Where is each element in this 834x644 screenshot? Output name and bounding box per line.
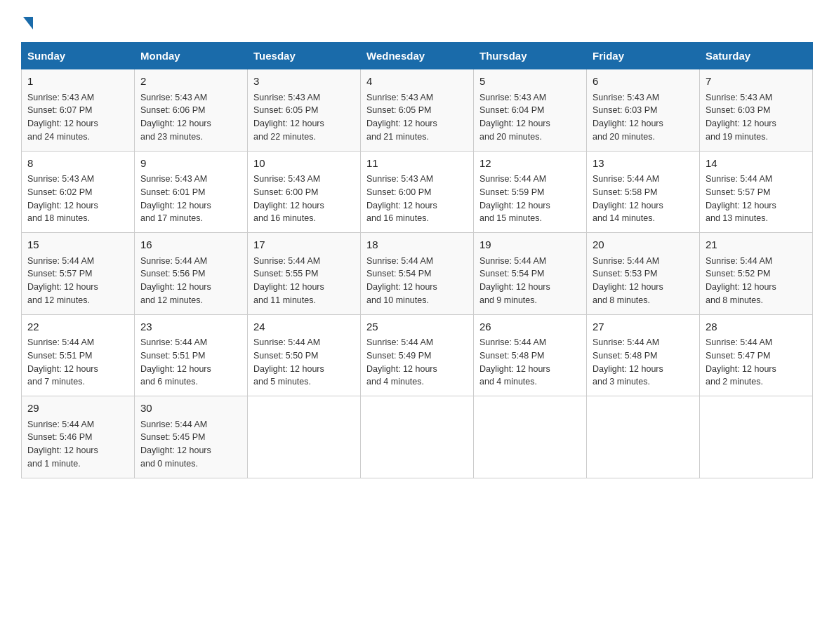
day-number: 24 [253,319,355,335]
col-header-tuesday: Tuesday [248,43,361,69]
day-info: Sunrise: 5:44 AMSunset: 5:46 PMDaylight:… [27,420,98,469]
day-info: Sunrise: 5:43 AMSunset: 6:05 PMDaylight:… [253,93,324,142]
day-number: 29 [27,401,128,417]
day-number: 6 [593,74,694,90]
day-number: 3 [253,74,355,90]
col-header-friday: Friday [587,43,700,69]
day-info: Sunrise: 5:43 AMSunset: 6:03 PMDaylight:… [593,93,663,142]
day-info: Sunrise: 5:44 AMSunset: 5:56 PMDaylight:… [140,256,211,305]
day-number: 16 [140,237,241,253]
day-number: 21 [706,237,807,253]
calendar-cell: 25 Sunrise: 5:44 AMSunset: 5:49 PMDaylig… [361,314,474,396]
day-info: Sunrise: 5:44 AMSunset: 5:47 PMDaylight:… [706,337,776,387]
day-info: Sunrise: 5:44 AMSunset: 5:55 PMDaylight:… [253,256,324,305]
day-number: 17 [253,237,355,253]
day-info: Sunrise: 5:43 AMSunset: 6:05 PMDaylight:… [366,93,437,142]
day-number: 15 [27,237,128,253]
calendar-cell: 21 Sunrise: 5:44 AMSunset: 5:52 PMDaylig… [700,233,813,315]
week-row-5: 29 Sunrise: 5:44 AMSunset: 5:46 PMDaylig… [22,396,813,478]
day-number: 2 [140,74,241,90]
day-info: Sunrise: 5:44 AMSunset: 5:50 PMDaylight:… [253,337,324,387]
day-number: 13 [593,156,694,172]
calendar-cell: 4 Sunrise: 5:43 AMSunset: 6:05 PMDayligh… [361,69,474,152]
calendar-cell: 22 Sunrise: 5:44 AMSunset: 5:51 PMDaylig… [22,314,135,396]
day-number: 12 [479,156,581,172]
calendar-cell: 12 Sunrise: 5:44 AMSunset: 5:59 PMDaylig… [474,151,587,233]
day-number: 7 [706,74,807,90]
day-info: Sunrise: 5:44 AMSunset: 5:53 PMDaylight:… [593,256,663,305]
calendar-cell: 3 Sunrise: 5:43 AMSunset: 6:05 PMDayligh… [248,69,361,152]
day-number: 1 [27,74,128,90]
day-info: Sunrise: 5:44 AMSunset: 5:51 PMDaylight:… [27,337,98,387]
day-number: 11 [366,156,468,172]
calendar-cell: 8 Sunrise: 5:43 AMSunset: 6:02 PMDayligh… [22,151,135,233]
calendar-cell: 9 Sunrise: 5:43 AMSunset: 6:01 PMDayligh… [135,151,248,233]
calendar-cell: 24 Sunrise: 5:44 AMSunset: 5:50 PMDaylig… [248,314,361,396]
week-row-1: 1 Sunrise: 5:43 AMSunset: 6:07 PMDayligh… [22,69,813,152]
col-header-saturday: Saturday [700,43,813,69]
day-info: Sunrise: 5:44 AMSunset: 5:49 PMDaylight:… [366,337,437,387]
calendar-cell: 16 Sunrise: 5:44 AMSunset: 5:56 PMDaylig… [135,233,248,315]
calendar-cell: 2 Sunrise: 5:43 AMSunset: 6:06 PMDayligh… [135,69,248,152]
day-number: 26 [479,319,581,335]
calendar-cell: 13 Sunrise: 5:44 AMSunset: 5:58 PMDaylig… [587,151,700,233]
calendar-cell: 1 Sunrise: 5:43 AMSunset: 6:07 PMDayligh… [22,69,135,152]
logo [21,14,33,29]
calendar-cell: 17 Sunrise: 5:44 AMSunset: 5:55 PMDaylig… [248,233,361,315]
col-header-monday: Monday [135,43,248,69]
calendar-cell: 10 Sunrise: 5:43 AMSunset: 6:00 PMDaylig… [248,151,361,233]
day-info: Sunrise: 5:44 AMSunset: 5:48 PMDaylight:… [593,337,663,387]
calendar-header-row: SundayMondayTuesdayWednesdayThursdayFrid… [22,43,813,69]
day-info: Sunrise: 5:43 AMSunset: 6:06 PMDaylight:… [140,93,211,142]
day-info: Sunrise: 5:44 AMSunset: 5:45 PMDaylight:… [140,420,211,469]
calendar-cell: 20 Sunrise: 5:44 AMSunset: 5:53 PMDaylig… [587,233,700,315]
calendar-cell: 26 Sunrise: 5:44 AMSunset: 5:48 PMDaylig… [474,314,587,396]
day-number: 23 [140,319,241,335]
calendar-cell: 6 Sunrise: 5:43 AMSunset: 6:03 PMDayligh… [587,69,700,152]
day-info: Sunrise: 5:43 AMSunset: 6:04 PMDaylight:… [479,93,550,142]
day-info: Sunrise: 5:43 AMSunset: 6:03 PMDaylight:… [706,93,776,142]
day-info: Sunrise: 5:43 AMSunset: 6:02 PMDaylight:… [27,174,98,223]
logo-arrow-icon [23,17,33,29]
day-info: Sunrise: 5:44 AMSunset: 5:57 PMDaylight:… [27,256,98,305]
calendar-cell [700,396,813,478]
calendar-cell: 11 Sunrise: 5:43 AMSunset: 6:00 PMDaylig… [361,151,474,233]
col-header-wednesday: Wednesday [361,43,474,69]
day-info: Sunrise: 5:43 AMSunset: 6:07 PMDaylight:… [27,93,98,142]
day-number: 5 [479,74,581,90]
day-number: 18 [366,237,468,253]
day-number: 9 [140,156,241,172]
day-info: Sunrise: 5:44 AMSunset: 5:57 PMDaylight:… [706,174,776,223]
day-info: Sunrise: 5:44 AMSunset: 5:54 PMDaylight:… [479,256,550,305]
day-info: Sunrise: 5:43 AMSunset: 6:01 PMDaylight:… [140,174,211,223]
day-number: 27 [593,319,694,335]
col-header-sunday: Sunday [22,43,135,69]
calendar-cell [474,396,587,478]
calendar-cell [248,396,361,478]
day-info: Sunrise: 5:44 AMSunset: 5:48 PMDaylight:… [479,337,550,387]
calendar-cell [587,396,700,478]
calendar-cell: 29 Sunrise: 5:44 AMSunset: 5:46 PMDaylig… [22,396,135,478]
day-number: 25 [366,319,468,335]
calendar-cell: 14 Sunrise: 5:44 AMSunset: 5:57 PMDaylig… [700,151,813,233]
calendar-cell: 18 Sunrise: 5:44 AMSunset: 5:54 PMDaylig… [361,233,474,315]
day-number: 30 [140,401,241,417]
calendar-cell [361,396,474,478]
calendar-cell: 5 Sunrise: 5:43 AMSunset: 6:04 PMDayligh… [474,69,587,152]
calendar-cell: 28 Sunrise: 5:44 AMSunset: 5:47 PMDaylig… [700,314,813,396]
day-number: 10 [253,156,355,172]
day-number: 19 [479,237,581,253]
day-number: 22 [27,319,128,335]
week-row-3: 15 Sunrise: 5:44 AMSunset: 5:57 PMDaylig… [22,233,813,315]
calendar-cell: 15 Sunrise: 5:44 AMSunset: 5:57 PMDaylig… [22,233,135,315]
day-info: Sunrise: 5:44 AMSunset: 5:59 PMDaylight:… [479,174,550,223]
day-number: 20 [593,237,694,253]
day-info: Sunrise: 5:44 AMSunset: 5:51 PMDaylight:… [140,337,211,387]
page-header [21,14,813,29]
week-row-4: 22 Sunrise: 5:44 AMSunset: 5:51 PMDaylig… [22,314,813,396]
day-info: Sunrise: 5:44 AMSunset: 5:54 PMDaylight:… [366,256,437,305]
calendar-cell: 19 Sunrise: 5:44 AMSunset: 5:54 PMDaylig… [474,233,587,315]
calendar-cell: 27 Sunrise: 5:44 AMSunset: 5:48 PMDaylig… [587,314,700,396]
day-info: Sunrise: 5:44 AMSunset: 5:58 PMDaylight:… [593,174,663,223]
week-row-2: 8 Sunrise: 5:43 AMSunset: 6:02 PMDayligh… [22,151,813,233]
